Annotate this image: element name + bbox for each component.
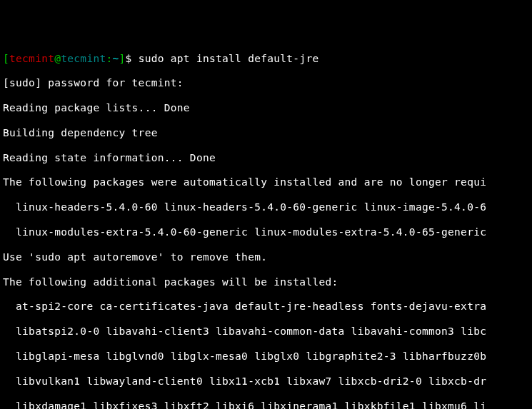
prompt-user: tecmint: [9, 53, 54, 64]
output-line: libvulkan1 libwayland-client0 libx11-xcb…: [3, 375, 529, 388]
prompt-colon: :: [106, 53, 113, 64]
output-line: linux-modules-extra-5.4.0-60-generic lin…: [3, 226, 529, 238]
prompt-host: tecmint: [61, 53, 106, 64]
output-line: at-spi2-core ca-certificates-java defaul…: [3, 301, 529, 313]
output-line: libglapi-mesa libglvnd0 libglx-mesa0 lib…: [3, 350, 529, 363]
output-line: [sudo] password for tecmint:: [3, 77, 529, 89]
output-line: Use 'sudo apt autoremove' to remove them…: [3, 251, 529, 263]
output-line: Reading state information... Done: [3, 152, 529, 164]
prompt-rbracket: ]: [119, 53, 126, 64]
prompt-at: @: [54, 53, 61, 64]
output-line: libatspi2.0-0 libavahi-client3 libavahi-…: [3, 325, 529, 338]
output-line: libxdamage1 libxfixes3 libxft2 libxi6 li…: [3, 400, 529, 410]
output-line: The following additional packages will b…: [3, 276, 529, 288]
prompt-dollar: $: [126, 53, 132, 64]
output-line: The following packages were automaticall…: [3, 176, 529, 188]
output-line: Reading package lists... Done: [3, 102, 529, 114]
prompt-line: [tecmint@tecmint:~]$ sudo apt install de…: [3, 53, 529, 65]
output-line: Building dependency tree: [3, 127, 529, 139]
command-text[interactable]: sudo apt install default-jre: [132, 53, 319, 64]
prompt-lbracket: [: [3, 53, 9, 64]
prompt-tilde: ~: [113, 53, 119, 64]
output-line: linux-headers-5.4.0-60 linux-headers-5.4…: [3, 201, 529, 213]
